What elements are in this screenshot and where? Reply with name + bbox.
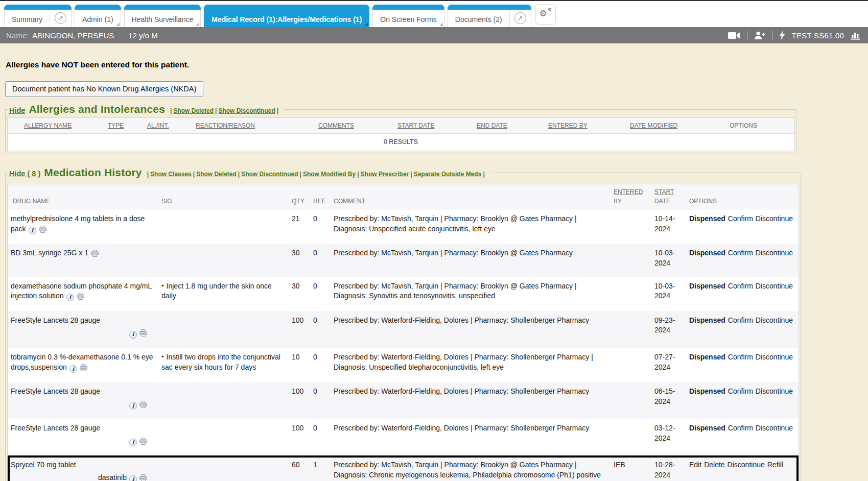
option-confirm-link[interactable]: Confirm [728, 387, 753, 395]
option-refill-link[interactable]: Refill [767, 461, 783, 469]
allergies-empty-row: 0 RESULTS [8, 134, 794, 151]
info-icon[interactable]: i [29, 227, 36, 234]
allergies-section-legend: Hide Allergies and Intolerances |Show De… [8, 103, 284, 115]
ref-cell: 0 [310, 214, 331, 224]
option-discontinue-link[interactable]: Discontinue [756, 316, 793, 324]
status-dispensed: Dispensed [689, 214, 725, 223]
medication-row: tobramycin 0.3 %-dexamethasone 0.1 % eye… [8, 348, 799, 382]
medications-column-header-start-date[interactable]: START DATE [651, 188, 686, 206]
medications-link-separate-outside-meds[interactable]: Separate Outside Meds [414, 171, 482, 178]
allergies-link-show-deleted[interactable]: Show Deleted [173, 107, 214, 114]
comment-text: Prescribed by: Waterford-Fielding, Dolor… [334, 387, 589, 395]
drug-name: Sprycel 70 mg tablet [11, 461, 76, 469]
printer-icon[interactable] [77, 293, 84, 303]
settings-button[interactable]: ⚙ ⚙ [535, 4, 556, 25]
info-icon[interactable]: i [129, 402, 137, 410]
medication-hide-link[interactable]: Hide ( 8 ) [9, 170, 40, 178]
printer-icon[interactable] [139, 474, 147, 481]
external-link-icon: ↗ [514, 12, 526, 24]
medication-section-legend: Hide ( 8 ) Medication History |Show Clas… [8, 166, 490, 179]
medications-column-header-qty[interactable]: QTY [289, 197, 310, 206]
drug-name: FreeStyle Lancets 28 gauge [11, 316, 100, 324]
person-add-icon[interactable] [754, 31, 765, 39]
external-link-icon: ↗ [55, 12, 66, 24]
option-confirm-link[interactable]: Confirm [728, 353, 753, 361]
medications-column-header-ref[interactable]: REF. [310, 197, 331, 206]
option-confirm-link[interactable]: Confirm [728, 214, 753, 223]
option-discontinue-link[interactable]: Discontinue [756, 249, 793, 257]
medications-column-header-comment[interactable]: COMMENT [331, 197, 611, 206]
option-confirm-link[interactable]: Confirm [728, 282, 753, 290]
medications-link-show-discontinued[interactable]: Show Discontinued [241, 171, 298, 178]
medications-column-header-sig[interactable]: SIG [158, 197, 289, 206]
allergies-column-header-comments[interactable]: COMMENTS [315, 122, 394, 130]
no-allergies-alert: Allergies have NOT been entered for this… [6, 60, 868, 69]
info-icon[interactable]: i [66, 294, 74, 301]
medication-row: dexamethasone sodium phosphate 4 mg/mL i… [8, 277, 799, 311]
printer-icon[interactable] [139, 329, 147, 340]
option-discontinue-link[interactable]: Discontinue [756, 353, 793, 361]
nkda-button[interactable]: Document patient has No Known Drug Aller… [5, 81, 203, 97]
medication-section-title: Medication History [44, 166, 142, 179]
allergies-column-header-allergy-name[interactable]: ALLERGY NAME [8, 122, 105, 130]
option-confirm-link[interactable]: Confirm [728, 424, 753, 432]
printer-icon[interactable] [80, 364, 87, 374]
allergies-section: Hide Allergies and Intolerances |Show De… [5, 103, 796, 153]
divider [747, 31, 747, 40]
option-confirm-link[interactable]: Confirm [728, 316, 753, 324]
printer-icon[interactable] [91, 250, 99, 260]
drug-name-cell: FreeStyle Lancets 28 gaugei [8, 316, 158, 340]
medications-link-show-deleted[interactable]: Show Deleted [196, 171, 237, 178]
tab-documents-2[interactable]: Documents (2)↗ [448, 5, 531, 27]
printer-icon[interactable] [139, 438, 147, 448]
medications-column-header-drug-name[interactable]: DRUG NAME [8, 197, 158, 206]
printer-icon[interactable] [139, 401, 147, 411]
info-icon[interactable]: i [129, 475, 137, 481]
options-cell: DispensedConfirmDiscontinue [686, 248, 799, 258]
printer-icon[interactable] [39, 226, 46, 236]
info-icon[interactable]: i [69, 365, 77, 373]
allergies-column-header-al-int[interactable]: AL./INT. [144, 122, 193, 130]
info-icon[interactable]: i [129, 331, 137, 339]
tab-summary[interactable]: Summary↗ [4, 5, 72, 27]
allergies-column-header-entered-by[interactable]: ENTERED BY [545, 122, 627, 130]
info-icon[interactable]: i [129, 439, 137, 446]
option-delete-link[interactable]: Delete [704, 461, 724, 469]
medications-link-show-classes[interactable]: Show Classes [150, 171, 192, 178]
tab-label: Health Surveillance [125, 5, 201, 27]
ref-cell: 0 [310, 281, 331, 292]
allergies-column-header-start-date[interactable]: START DATE [394, 122, 474, 130]
option-discontinue-link[interactable]: Discontinue [756, 282, 793, 290]
option-discontinue-link[interactable]: Discontinue [728, 461, 765, 469]
option-edit-link[interactable]: Edit [689, 461, 701, 469]
medications-column-header-entered-by[interactable]: ENTERED BY [611, 188, 651, 206]
allergies-column-header-type[interactable]: TYPE [105, 122, 144, 130]
allergies-column-header-date-modified[interactable]: DATE MODIFIED [627, 122, 726, 130]
allergies-column-header-reaction-reason[interactable]: REACTION/REASON [193, 122, 315, 130]
medication-table-header: DRUG NAMESIGQTYREF.COMMENTENTERED BYSTAR… [8, 184, 799, 209]
video-camera-icon[interactable] [728, 32, 740, 39]
qty-cell: 30 [289, 281, 310, 292]
option-discontinue-link[interactable]: Discontinue [756, 214, 793, 223]
qty-cell: 100 [289, 423, 310, 434]
option-confirm-link[interactable]: Confirm [728, 249, 753, 257]
open-in-new-window-button[interactable]: ↗ [509, 5, 531, 27]
status-dispensed: Dispensed [689, 316, 725, 324]
allergies-column-header-end-date[interactable]: END DATE [474, 122, 545, 130]
tab-health-surveillance[interactable]: Health Surveillance [124, 5, 201, 27]
option-discontinue-link[interactable]: Discontinue [756, 424, 793, 432]
open-in-new-window-button[interactable]: ↗ [50, 5, 71, 27]
patient-name: ABINGDON, PERSEUS [32, 31, 114, 40]
medications-link-show-prescriber[interactable]: Show Prescriber [361, 171, 409, 178]
medications-link-show-modified-by[interactable]: Show Modified By [303, 171, 356, 178]
tab-medical-record-1-allergies-medications-1[interactable]: Medical Record (1):Allergies/Medications… [204, 5, 369, 27]
allergies-link-show-discontinued[interactable]: Show Discontinued [218, 107, 275, 114]
qty-cell: 21 [289, 214, 310, 224]
bar-chart-icon[interactable] [851, 31, 861, 40]
option-discontinue-link[interactable]: Discontinue [756, 387, 793, 395]
tab-admin-1[interactable]: Admin (1) [75, 5, 121, 27]
tab-on-screen-forms[interactable]: On Screen Forms [372, 5, 444, 27]
medication-filter-links: |Show Classes|Show Deleted|Show Disconti… [146, 171, 486, 178]
lightning-bolt-icon[interactable] [779, 31, 785, 40]
allergies-hide-link[interactable]: Hide [9, 106, 25, 114]
